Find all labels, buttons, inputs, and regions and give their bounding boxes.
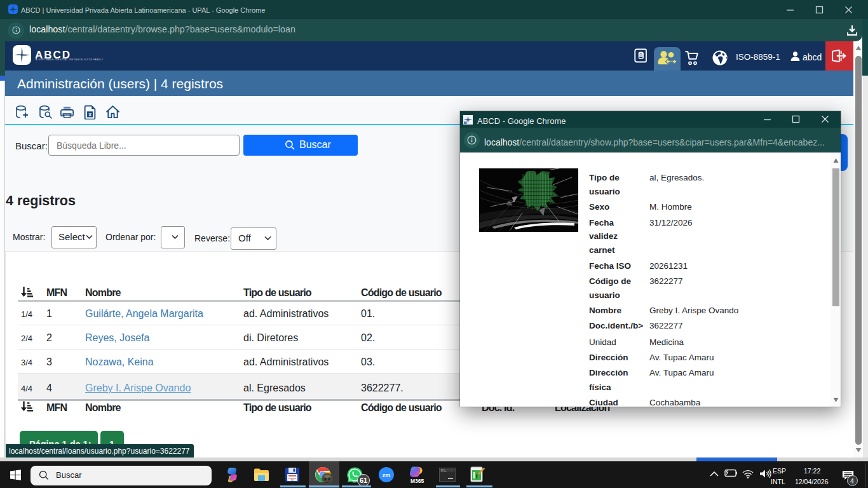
svg-text:zm: zm <box>383 472 391 478</box>
svg-text:C:\_: C:\_ <box>441 469 447 472</box>
svg-text:x: x <box>88 111 92 118</box>
svg-text:21: 21 <box>291 479 294 482</box>
